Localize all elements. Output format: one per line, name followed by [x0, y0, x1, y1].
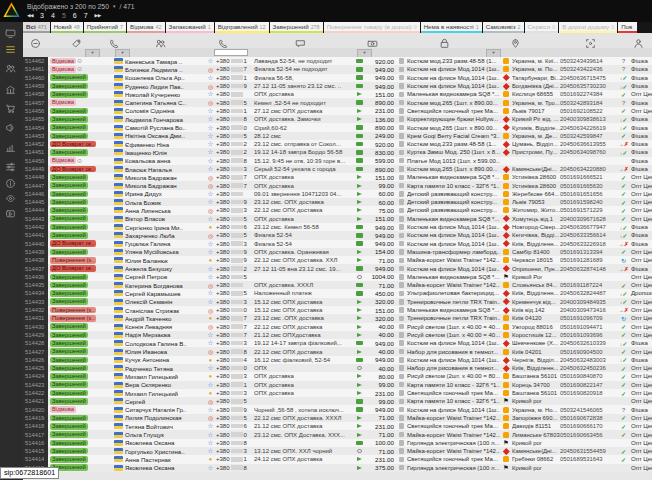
tab-Всі[interactable]: Всі471 — [23, 22, 50, 33]
tracking-number[interactable]: 20450632874148 — [560, 264, 617, 272]
tracking-number[interactable]: 20450633356614 — [560, 231, 617, 239]
order-status[interactable]: Завершений — [48, 356, 112, 364]
order-status[interactable]: Завершений — [48, 206, 112, 214]
client-name[interactable]: Горгулько Христина.. — [125, 447, 205, 455]
order-row[interactable]: 514444ЗавершенийАнна Липенська◎+380322.1… — [23, 206, 652, 214]
order-status[interactable]: Завершений — [48, 298, 112, 306]
page-6[interactable]: 6 — [73, 12, 77, 19]
order-row[interactable]: 514445ЗавершенийОльга Божик☆+380923.12 с… — [23, 198, 652, 206]
client-phone[interactable]: +380 — [216, 90, 254, 98]
manager-column-icon[interactable] — [633, 35, 644, 46]
order-status[interactable]: Завершений — [48, 397, 112, 405]
order-row[interactable]: 514460ЗавершенийКошелева Ольга Ар..☆+380… — [23, 74, 652, 82]
order-row[interactable]: 514428ЗавершенийСолодкова Галина В..☆+38… — [23, 339, 652, 347]
client-name[interactable]: Людмила Гончарова — [125, 115, 205, 123]
order-status[interactable]: Відмова — [48, 405, 112, 413]
app-logo-icon[interactable] — [3, 2, 20, 19]
client-name[interactable]: Яковлева Оксана — [125, 439, 205, 447]
client-name[interactable]: Юлия Баланюк — [125, 256, 205, 264]
tracking-number[interactable]: 20450636613955 — [560, 140, 617, 148]
client-phone[interactable]: +3803 — [216, 206, 254, 214]
order-row[interactable]: 514459ЗавершенийРуденко Лидия Пав..◎+380… — [23, 82, 652, 90]
tracking-number[interactable]: 0501691096709 — [560, 314, 617, 322]
client-phone[interactable]: +3805 — [216, 231, 254, 239]
tab-В дорозі додому[interactable]: В дорозі додому0 — [559, 22, 617, 33]
client-phone[interactable]: +3807 — [216, 314, 254, 322]
client-phone[interactable]: +3807 — [216, 65, 254, 73]
order-row[interactable]: 514435ЗавершенийКатерина Богданова◎+380О… — [23, 281, 652, 289]
order-row[interactable]: 514416ЗавершенийЯковлева Оксана☆+3808100… — [23, 439, 652, 447]
client-name[interactable]: Михаил Гилецький — [125, 372, 205, 380]
tracking-number[interactable]: 0501691094471 — [560, 323, 617, 331]
tracking-number[interactable]: 20450631554459 — [560, 447, 617, 455]
order-row[interactable]: 514432Повернення (з..Станіслав Стрижак◎+… — [23, 306, 652, 314]
client-phone[interactable]: +3806 — [216, 223, 254, 231]
order-row[interactable]: 514414ЗавершенийАнна Пастернак●+380124.1… — [23, 455, 652, 463]
bank-icon[interactable] — [5, 81, 18, 94]
client-name[interactable]: Самотій Руслана Во.. — [125, 123, 205, 131]
client-name[interactable]: Анжела Безушку — [125, 264, 205, 272]
client-name[interactable]: Олексій Семанін — [125, 298, 205, 306]
tab-Пов[interactable]: Пов — [618, 22, 637, 33]
client-phone[interactable]: +3807 — [216, 331, 254, 339]
client-name[interactable]: Єфименко Ніна — [125, 140, 205, 148]
client-phone[interactable]: +3803 — [216, 447, 254, 455]
order-row[interactable]: 514427ЗавершенийЮлия Иванова◎+380822.12 … — [23, 347, 652, 355]
order-status[interactable]: ДО Возврат ок.. — [48, 240, 112, 248]
status-column-icon[interactable] — [30, 35, 41, 46]
client-phone[interactable]: +3801 — [216, 74, 254, 82]
tab-Запакований[interactable]: Запакований1 — [166, 22, 214, 33]
tab-Новий[interactable]: Новий48 — [51, 22, 83, 33]
tracking-number[interactable]: 0501689531643 — [560, 455, 617, 463]
tab-Прийнятий[interactable]: Прийнятий7 — [84, 22, 126, 33]
order-row[interactable]: 514453ЗавершенийНікітіна Оксана Дми..☆+3… — [23, 132, 652, 140]
order-row[interactable]: 514418ЗавершенийТетяна Войтович☆+380621.… — [23, 422, 652, 430]
client-name[interactable]: Солодкова Галина В.. — [125, 339, 205, 347]
order-status[interactable]: Завершений — [48, 123, 112, 131]
client-name[interactable]: Вера Скляренко — [125, 381, 205, 389]
client-phone[interactable]: +3809 — [216, 256, 254, 264]
tracking-number[interactable]: 0501691281689 — [560, 256, 617, 264]
tracking-column-icon[interactable] — [585, 35, 596, 46]
order-status[interactable]: Завершений — [48, 198, 112, 206]
order-status[interactable]: Відмова⊙ — [48, 57, 112, 65]
order-row[interactable]: 514439ЗавершенийУляна Мусійовська☆+3809О… — [23, 248, 652, 256]
client-phone[interactable]: +380 — [216, 190, 254, 198]
monitor-icon[interactable] — [5, 25, 18, 38]
order-status[interactable]: Завершений — [48, 289, 112, 297]
order-row[interactable]: 514461Відмова⊙Близнюк Людмила ..◎+3807Фи… — [23, 65, 652, 73]
order-row[interactable]: 514430ЗавершенийКсенія Левадняя◎+380722.… — [23, 323, 652, 331]
client-phone[interactable]: +3802 — [216, 264, 254, 272]
order-status[interactable]: Завершений — [48, 381, 112, 389]
client-name[interactable]: Захарченко Люба — [125, 231, 205, 239]
client-name[interactable]: Ковальова анна — [125, 157, 205, 165]
clients-icon[interactable] — [5, 60, 18, 73]
order-row[interactable]: 514449ДО Возврат ок..Власюк Наталья☆+380… — [23, 165, 652, 173]
call-column-icon[interactable] — [108, 35, 119, 46]
order-row[interactable]: 514462Відмова⊙Каневська Тамара ..☆+3801Л… — [23, 57, 652, 65]
video-icon[interactable] — [5, 205, 18, 218]
tracking-number[interactable] — [560, 273, 617, 281]
client-name[interactable]: Анна Липенська — [125, 206, 205, 214]
order-status[interactable]: ДО Возврат ок.. — [48, 140, 112, 148]
tracking-number[interactable]: 0501691187224 — [560, 281, 617, 289]
order-row[interactable]: 514425ЗавершенийРадченко Тетяна☆+3800ОПХ… — [23, 364, 652, 372]
client-name[interactable]: Сергей — [125, 397, 205, 405]
client-phone[interactable]: +3809 — [216, 82, 254, 90]
client-name[interactable]: Анна Пастернак — [125, 455, 205, 463]
client-name[interactable]: Надія Мерзаєва — [125, 331, 205, 339]
order-row[interactable]: 514456ЗавершенийСоломія Сідоніна☆+380127… — [23, 107, 652, 115]
order-status[interactable]: Завершений — [48, 339, 112, 347]
client-phone[interactable]: +3804 — [216, 356, 254, 364]
tracking-number[interactable] — [560, 397, 617, 405]
client-phone[interactable]: +3805 — [216, 132, 254, 140]
tracking-number[interactable]: 20450634220880 — [560, 165, 617, 173]
client-phone[interactable]: +3803 — [216, 339, 254, 347]
tracking-number[interactable]: 0501690666170 — [560, 422, 617, 430]
client-name[interactable]: Уляна Мусійовська — [125, 248, 205, 256]
client-name[interactable]: Нікітіна Оксана Дми.. — [125, 132, 205, 140]
settings-icon[interactable] — [5, 158, 18, 171]
tracking-number[interactable]: 0501691665630 — [560, 181, 617, 189]
order-status[interactable]: Завершений — [48, 173, 112, 181]
order-status[interactable]: Завершений — [48, 414, 112, 422]
